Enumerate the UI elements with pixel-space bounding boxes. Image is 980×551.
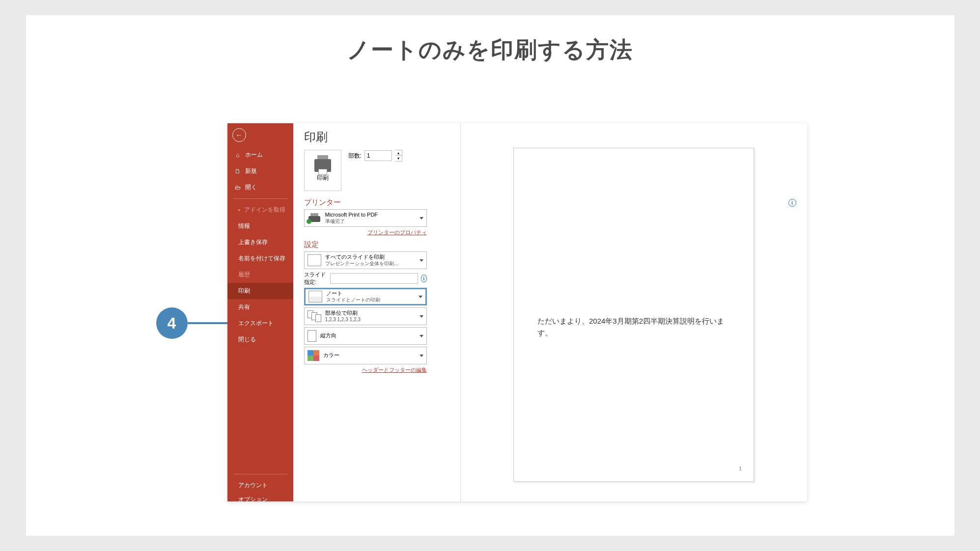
chevron-down-icon — [420, 259, 423, 262]
color-label: カラー — [323, 352, 416, 359]
copies-spinner[interactable]: ▴ ▾ — [395, 150, 402, 162]
home-icon: ⌂ — [234, 152, 241, 159]
powerpoint-backstage: ← ⌂ ホーム 🗋 新規 🗁 開く ■ アドインを取得 情報 — [227, 123, 807, 501]
nav-home[interactable]: ⌂ ホーム — [227, 147, 293, 163]
nav-share[interactable]: 共有 — [227, 299, 293, 315]
portrait-icon — [308, 330, 316, 342]
layout-t1: ノート — [326, 290, 415, 297]
print-range-dropdown[interactable]: すべてのスライドを印刷 プレゼンテーション全体を印刷… — [304, 251, 427, 269]
bullet-icon: ■ — [238, 208, 241, 212]
nav-open-label: 開く — [245, 183, 257, 192]
nav-home-label: ホーム — [245, 151, 263, 159]
header-footer-link[interactable]: ヘッダーとフッターの編集 — [304, 366, 427, 374]
printer-icon — [314, 159, 331, 172]
folder-open-icon: 🗁 — [234, 184, 241, 191]
printer-name: Microsoft Print to PDF — [325, 212, 416, 219]
chevron-down-icon — [420, 335, 423, 337]
print-button-label: 印刷 — [317, 174, 329, 182]
nav-info[interactable]: 情報 — [227, 218, 293, 234]
settings-section-label: 設定 — [304, 240, 319, 249]
back-button[interactable]: ← — [232, 128, 246, 142]
slides-icon — [308, 254, 321, 266]
nav-account-label: アカウント — [238, 481, 268, 490]
color-dropdown[interactable]: カラー — [304, 347, 427, 364]
printer-status: 準備完了 — [325, 219, 416, 225]
printer-small-icon — [308, 213, 321, 223]
nav-divider — [233, 198, 287, 199]
collate-t1: 部単位で印刷 — [325, 310, 416, 317]
page-title: ノートのみを印刷する方法 — [26, 35, 954, 65]
slide-spec-input[interactable] — [330, 273, 418, 284]
file-icon: 🗋 — [234, 168, 241, 175]
nav-print-label: 印刷 — [238, 287, 250, 295]
preview-page: ただいまより、2024年3月期第2四半期決算説明を行います。 1 — [513, 148, 754, 482]
preview-page-number: 1 — [739, 465, 742, 473]
printer-properties-link[interactable]: プリンターのプロパティ — [304, 229, 427, 236]
color-icon — [308, 350, 319, 361]
backstage-sidebar: ← ⌂ ホーム 🗋 新規 🗁 開く ■ アドインを取得 情報 — [227, 123, 293, 501]
collate-icon — [308, 310, 321, 322]
copies-input[interactable] — [364, 150, 392, 161]
chevron-down-icon — [420, 315, 423, 318]
printer-section-label: プリンター — [304, 198, 341, 207]
nav-print[interactable]: 印刷 — [227, 283, 293, 299]
slide-container: ノートのみを印刷する方法 4 ← ⌂ ホーム 🗋 新規 🗁 開く ■ — [26, 15, 954, 536]
printer-dropdown[interactable]: Microsoft Print to PDF 準備完了 — [304, 209, 427, 227]
nav-saveas[interactable]: 名前を付けて保存 — [227, 250, 293, 267]
notes-icon — [308, 291, 322, 303]
slide-spec-label: スライド指定: — [304, 271, 327, 286]
layout-t2: スライドとノートの印刷 — [326, 297, 415, 303]
nav-account[interactable]: アカウント — [227, 477, 293, 494]
nav-info-label: 情報 — [238, 222, 250, 230]
nav-export-label: エクスポート — [238, 319, 274, 328]
nav-save[interactable]: 上書き保存 — [227, 234, 293, 250]
nav-close-label: 閉じる — [238, 335, 256, 344]
print-button[interactable]: 印刷 — [304, 150, 341, 191]
nav-history-label: 履歴 — [238, 271, 250, 279]
chevron-down-icon — [419, 296, 422, 298]
collate-t2: 1,2,3 1,2,3 1,2,3 — [325, 317, 416, 323]
layout-dropdown-notes[interactable]: ノート スライドとノートの印刷 — [304, 288, 427, 305]
callout-number: 4 — [156, 307, 188, 339]
print-panel: 印刷 印刷 部数: ▴ ▾ プリンター i — [293, 123, 807, 501]
chevron-down-icon — [420, 355, 423, 357]
info-icon[interactable]: i — [421, 275, 427, 282]
copies-label: 部数: — [348, 152, 362, 160]
nav-addins-label: アドインを取得 — [244, 206, 285, 214]
orientation-dropdown[interactable]: 縦方向 — [304, 327, 427, 345]
nav-new[interactable]: 🗋 新規 — [227, 163, 293, 179]
collate-dropdown[interactable]: 部単位で印刷 1,2,3 1,2,3 1,2,3 — [304, 307, 427, 325]
nav-history[interactable]: 履歴 — [227, 267, 293, 283]
print-range-t1: すべてのスライドを印刷 — [325, 254, 416, 261]
nav-options-label: オプション — [238, 496, 268, 502]
preview-note-text: ただいまより、2024年3月期第2四半期決算説明を行います。 — [537, 315, 730, 339]
nav-open[interactable]: 🗁 開く — [227, 179, 293, 195]
spinner-down-icon[interactable]: ▾ — [395, 156, 402, 161]
nav-saveas-label: 名前を付けて保存 — [238, 254, 285, 263]
print-preview-pane: ただいまより、2024年3月期第2四半期決算説明を行います。 1 — [460, 123, 807, 501]
nav-options[interactable]: オプション — [227, 494, 293, 501]
nav-save-label: 上書き保存 — [238, 238, 268, 247]
nav-addins[interactable]: ■ アドインを取得 — [227, 202, 293, 218]
chevron-down-icon — [420, 217, 423, 220]
nav-share-label: 共有 — [238, 303, 250, 311]
nav-close[interactable]: 閉じる — [227, 331, 293, 348]
nav-new-label: 新規 — [245, 167, 257, 175]
orientation-label: 縦方向 — [320, 332, 416, 339]
back-arrow-icon: ← — [236, 131, 243, 139]
nav-export[interactable]: エクスポート — [227, 315, 293, 331]
nav-divider-2 — [233, 474, 287, 474]
spinner-up-icon[interactable]: ▴ — [395, 150, 402, 156]
copies-field: 部数: ▴ ▾ — [348, 150, 402, 162]
print-range-t2: プレゼンテーション全体を印刷… — [325, 261, 416, 267]
